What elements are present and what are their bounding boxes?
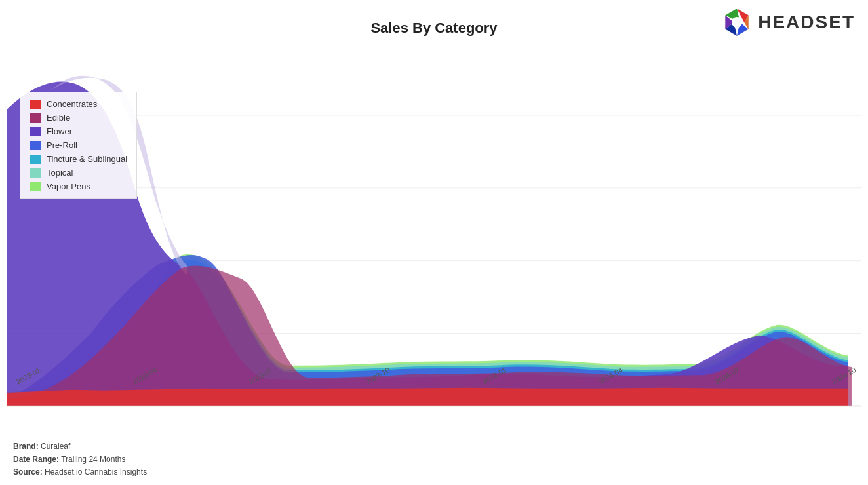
legend-item-vapor: Vapor Pens bbox=[30, 182, 127, 191]
legend-label-concentrates: Concentrates bbox=[47, 99, 97, 109]
legend-label-preroll: Pre-Roll bbox=[47, 140, 77, 150]
chart-title: Sales By Category bbox=[0, 20, 868, 37]
page-container: HEADSET Sales By Category bbox=[0, 0, 868, 485]
legend-item-topical: Topical bbox=[30, 168, 127, 178]
vapor-color bbox=[30, 182, 41, 191]
preroll-color bbox=[30, 141, 41, 150]
legend-label-edible: Edible bbox=[47, 113, 70, 123]
legend-item-concentrates: Concentrates bbox=[30, 99, 127, 109]
topical-color bbox=[30, 168, 41, 178]
footer-date: Date Range: Trailing 24 Months bbox=[13, 454, 147, 466]
date-value: Trailing 24 Months bbox=[61, 455, 125, 464]
chart-area: Concentrates Edible Flower Pre-Roll Tinc… bbox=[7, 43, 861, 419]
source-label: Source: bbox=[13, 467, 43, 476]
brand-label: Brand: bbox=[13, 442, 39, 451]
date-label: Date Range: bbox=[13, 455, 59, 464]
legend-label-tincture: Tincture & Sublingual bbox=[47, 154, 127, 164]
brand-value: Curaleaf bbox=[41, 442, 70, 451]
legend-item-preroll: Pre-Roll bbox=[30, 140, 127, 150]
flower-color bbox=[30, 127, 41, 136]
footer-source: Source: Headset.io Cannabis Insights bbox=[13, 466, 147, 478]
legend-label-vapor: Vapor Pens bbox=[47, 182, 90, 191]
legend-item-tincture: Tincture & Sublingual bbox=[30, 154, 127, 164]
legend-label-topical: Topical bbox=[47, 168, 73, 178]
legend: Concentrates Edible Flower Pre-Roll Tinc… bbox=[20, 92, 137, 199]
tincture-color bbox=[30, 155, 41, 164]
source-value: Headset.io Cannabis Insights bbox=[45, 467, 147, 476]
footer-brand: Brand: Curaleaf bbox=[13, 440, 147, 453]
legend-label-flower: Flower bbox=[47, 126, 72, 136]
footer-info: Brand: Curaleaf Date Range: Trailing 24 … bbox=[13, 440, 147, 478]
legend-item-flower: Flower bbox=[30, 126, 127, 136]
concentrates-color bbox=[30, 100, 41, 109]
edible-color bbox=[30, 113, 41, 123]
legend-item-edible: Edible bbox=[30, 113, 127, 123]
x-axis-labels: 2023-01 2023-04 2023-07 2023-10 2024-01 … bbox=[13, 372, 855, 380]
